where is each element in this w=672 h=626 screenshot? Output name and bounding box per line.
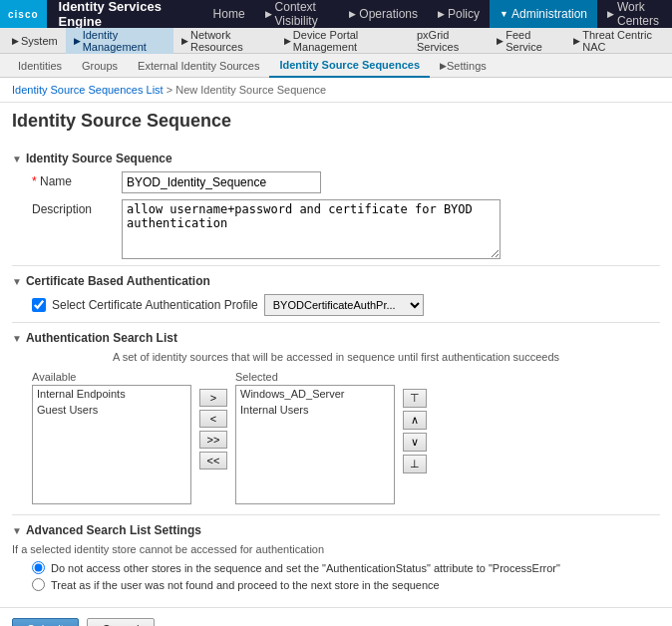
third-nav-identity-source-sequences[interactable]: Identity Source Sequences [269, 54, 430, 78]
second-nav-feed[interactable]: ▶ Feed Service [489, 28, 565, 54]
collapse-triangle-auth-icon: ▼ [12, 333, 22, 344]
second-nav-network[interactable]: ▶ Network Resources [173, 28, 276, 54]
nav-item-home[interactable]: Home [203, 0, 255, 28]
order-down-button[interactable]: ∨ [403, 433, 427, 452]
submit-button[interactable]: Submit [12, 618, 79, 626]
certificate-section-header[interactable]: ▼ Certificate Based Authentication [12, 274, 660, 288]
second-nav-bar: ▶ System ▶ Identity Management ▶ Network… [0, 28, 672, 54]
third-nav-bar: Identities Groups External Identity Sour… [0, 54, 672, 78]
available-list-section: Available Internal Endpoints Guest Users [32, 371, 191, 504]
name-label: Name [32, 171, 122, 188]
cert-auth-profile-label: Select Certificate Authentication Profil… [52, 298, 258, 312]
auth-search-section-header[interactable]: ▼ Authentication Search List [12, 331, 660, 345]
order-bottom-button[interactable]: ⊥ [403, 455, 427, 473]
available-label: Available [32, 371, 191, 383]
second-nav-threat[interactable]: ▶ Threat Centric NAC [565, 28, 668, 54]
description-textarea[interactable]: allow username+password and certificate … [122, 199, 501, 259]
selected-list-section: Selected Windows_AD_Server Internal User… [235, 371, 395, 504]
name-field-row: Name [32, 171, 660, 193]
nav-item-operations[interactable]: ▶ Operations [339, 0, 428, 28]
identity-source-section-header[interactable]: ▼ Identity Source Sequence [12, 152, 660, 165]
third-nav-groups[interactable]: Groups [72, 54, 128, 78]
content-area: ▼ Identity Source Sequence Name Descript… [0, 136, 672, 607]
cisco-logo-text: cisco [8, 9, 39, 20]
list-item[interactable]: Internal Users [236, 402, 394, 418]
selected-label: Selected [235, 371, 395, 383]
list-item[interactable]: Guest Users [33, 402, 190, 418]
search-list-description: A set of identity sources that will be a… [12, 351, 660, 363]
second-nav-pxgrid[interactable]: pxGrid Services [409, 28, 489, 54]
dual-list-container: Available Internal Endpoints Guest Users… [32, 371, 660, 504]
app-title: Identity Services Engine [47, 0, 203, 28]
collapse-triangle-advanced-icon: ▼ [12, 525, 22, 536]
cert-auth-profile-select[interactable]: BYODCertificateAuthPr... [264, 294, 424, 316]
second-nav-device-portal[interactable]: ▶ Device Portal Management [276, 28, 409, 54]
nav-item-workcenters[interactable]: ▶ Work Centers [597, 0, 672, 28]
cisco-logo: cisco [0, 0, 47, 28]
move-left-button[interactable]: < [199, 410, 227, 428]
nav-item-context[interactable]: ▶ Context Visibility [255, 0, 340, 28]
order-top-button[interactable]: ⊤ [403, 389, 427, 408]
top-nav-bar: cisco Identity Services Engine Home ▶ Co… [0, 0, 672, 28]
move-all-right-button[interactable]: >> [199, 431, 227, 449]
radio-next-store[interactable] [32, 578, 45, 591]
collapse-triangle-cert-icon: ▼ [12, 276, 22, 287]
list-item[interactable]: Internal Endpoints [33, 386, 190, 402]
selected-list-box[interactable]: Windows_AD_Server Internal Users [235, 385, 395, 504]
advanced-description: If a selected identity store cannot be a… [12, 543, 660, 555]
list-item[interactable]: Windows_AD_Server [236, 386, 394, 402]
name-input[interactable] [122, 171, 321, 193]
breadcrumb: Identity Source Sequences List > New Ide… [0, 78, 672, 103]
breadcrumb-current: New Identity Source Sequence [175, 84, 326, 96]
second-nav-identity[interactable]: ▶ Identity Management [66, 28, 173, 54]
third-nav-external-identity[interactable]: External Identity Sources [128, 54, 269, 78]
description-label: Description [32, 199, 122, 216]
radio-process-error-label: Do not access other stores in the sequen… [51, 562, 560, 574]
third-nav-settings[interactable]: ▶ Settings [430, 54, 497, 78]
cert-auth-profile-checkbox[interactable] [32, 298, 46, 312]
bottom-buttons-bar: Submit Cancel [0, 607, 672, 626]
third-nav-identities[interactable]: Identities [8, 54, 72, 78]
radio-process-error[interactable] [32, 561, 45, 574]
radio-row-1: Do not access other stores in the sequen… [32, 561, 660, 574]
radio-row-2: Treat as if the user was not found and p… [32, 578, 660, 591]
nav-item-administration[interactable]: ▼ Administration [490, 0, 597, 28]
advanced-section-header[interactable]: ▼ Advanced Search List Settings [12, 523, 660, 537]
breadcrumb-link[interactable]: Identity Source Sequences List [12, 84, 164, 96]
available-list-box[interactable]: Internal Endpoints Guest Users [32, 385, 191, 504]
order-up-button[interactable]: ∧ [403, 411, 427, 430]
move-buttons-group: > < >> << [195, 389, 231, 470]
page-title: Identity Source Sequence [0, 103, 672, 136]
cancel-button[interactable]: Cancel [87, 618, 154, 626]
nav-item-policy[interactable]: ▶ Policy [428, 0, 490, 28]
description-field-row: Description allow username+password and … [32, 199, 660, 259]
second-nav-system[interactable]: ▶ System [4, 28, 66, 54]
radio-next-store-label: Treat as if the user was not found and p… [51, 579, 440, 591]
order-buttons-group: ⊤ ∧ ∨ ⊥ [399, 389, 431, 473]
move-right-button[interactable]: > [199, 389, 227, 407]
top-nav-items: Home ▶ Context Visibility ▶ Operations ▶… [203, 0, 672, 28]
move-all-left-button[interactable]: << [199, 452, 227, 470]
collapse-triangle-icon: ▼ [12, 154, 22, 164]
cert-row: Select Certificate Authentication Profil… [32, 294, 660, 316]
